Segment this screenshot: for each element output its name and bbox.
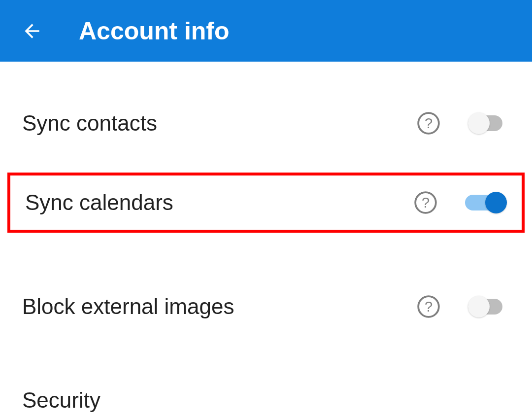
- setting-block-external-images[interactable]: Block external images ?: [0, 275, 532, 339]
- settings-content: Sync contacts ? Sync calendars ? Block e…: [0, 62, 532, 420]
- toggle-sync-contacts[interactable]: [468, 111, 510, 136]
- svg-text:?: ?: [425, 299, 432, 315]
- toggle-knob: [485, 192, 507, 213]
- setting-sync-calendars[interactable]: Sync calendars ?: [7, 173, 525, 233]
- help-button-sync-calendars[interactable]: ?: [413, 190, 438, 215]
- svg-text:?: ?: [422, 195, 430, 210]
- help-button-sync-contacts[interactable]: ?: [416, 111, 441, 136]
- toggle-block-external-images[interactable]: [468, 294, 510, 319]
- toggle-knob: [468, 296, 490, 317]
- arrow-left-icon: [21, 20, 43, 42]
- help-icon: ?: [413, 190, 438, 215]
- setting-label: Sync calendars: [25, 190, 413, 215]
- section-security: Security: [0, 368, 532, 420]
- spacer: [0, 250, 532, 275]
- help-button-block-external-images[interactable]: ?: [416, 294, 441, 319]
- help-icon: ?: [416, 111, 441, 136]
- svg-text:?: ?: [425, 115, 432, 131]
- toggle-knob: [468, 112, 490, 134]
- help-icon: ?: [416, 294, 441, 319]
- page-title: Account info: [79, 17, 230, 45]
- setting-sync-contacts[interactable]: Sync contacts ?: [0, 91, 532, 155]
- setting-label: Sync contacts: [22, 111, 416, 136]
- toggle-sync-calendars[interactable]: [465, 190, 507, 215]
- header: Account info: [0, 0, 532, 62]
- setting-label: Block external images: [22, 294, 416, 319]
- back-button[interactable]: [20, 19, 44, 43]
